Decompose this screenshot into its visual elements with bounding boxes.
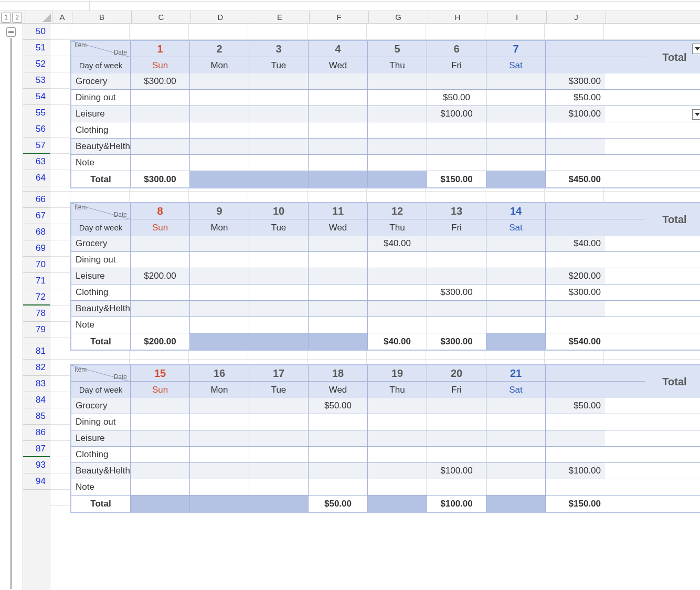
row-number[interactable]: 63 [23,154,50,170]
day-of-week-label: Day of week [71,219,131,236]
col-header-J[interactable]: J [547,11,606,23]
select-all-triangle[interactable] [25,11,52,23]
row-number[interactable]: 51 [23,40,50,56]
row-number[interactable]: 81 [23,343,50,360]
row-number[interactable]: 79 [23,322,50,338]
cell[interactable] [249,90,309,106]
cell[interactable] [249,122,309,138]
worksheet-grid[interactable]: Item Date 1 2 3 4 5 6 7 [50,24,700,590]
filter-button[interactable] [692,44,700,54]
cell[interactable] [486,122,546,138]
row-number[interactable]: 53 [23,72,50,89]
cell[interactable] [309,122,368,138]
outline-collapse-button[interactable] [6,27,16,37]
category-dining: Dining out [71,90,131,106]
row-number[interactable]: 70 [23,257,50,273]
cell[interactable] [368,106,427,122]
filter-button[interactable] [692,109,700,120]
row-number[interactable]: 93 [23,457,50,473]
row-number[interactable]: 87 [23,441,50,457]
row-total [546,122,605,138]
col-header-H[interactable]: H [428,11,487,23]
cell[interactable] [368,155,427,171]
item-date-corner: Item Date [71,41,130,57]
cell[interactable] [486,139,546,154]
cell[interactable] [190,139,249,154]
row-number[interactable]: 66 [23,192,50,208]
cell[interactable] [131,155,190,171]
cell[interactable] [249,73,309,89]
row-number[interactable]: 72 [23,289,50,305]
col-header-A[interactable]: A [52,11,72,23]
row-number[interactable]: 57 [23,138,50,154]
col-header-D[interactable]: D [191,11,250,23]
row-number[interactable]: 78 [23,305,50,322]
cell[interactable] [309,106,368,122]
cell[interactable] [309,155,368,171]
row-number[interactable]: 55 [23,105,50,121]
cell[interactable] [486,90,546,106]
row-number[interactable]: 67 [23,208,50,224]
row-number[interactable]: 71 [23,273,50,289]
cell[interactable] [427,122,486,138]
row-number[interactable]: 85 [23,408,50,425]
cell[interactable]: $50.00 [427,90,486,106]
col-header-F[interactable]: F [310,11,369,23]
cell[interactable] [309,73,368,89]
row-number[interactable]: 56 [23,121,50,138]
row-number[interactable]: 94 [23,473,50,490]
row-number[interactable]: 54 [23,89,50,105]
cell[interactable] [368,122,427,138]
week-table-2: Item Date 8 9 10 11 12 13 14 Day of we [70,202,700,351]
cell[interactable] [249,139,309,154]
cell[interactable] [427,139,486,154]
row-number[interactable]: 50 [23,24,50,40]
cell[interactable] [190,73,249,89]
cell[interactable] [486,106,546,122]
col-header-E[interactable]: E [250,11,310,23]
row-number[interactable]: 86 [23,425,50,441]
total-header: Total [645,41,700,73]
cell[interactable] [368,90,427,106]
outline-level-1-button[interactable]: 1 [1,13,11,23]
cell[interactable] [131,122,190,138]
col-total: $150.00 [427,171,486,187]
cell[interactable] [249,106,309,122]
cell[interactable] [486,155,546,171]
row-number[interactable]: 68 [23,224,50,240]
row-number[interactable]: 52 [23,56,50,72]
col-header-B[interactable]: B [72,11,132,23]
row-total: $300.00 [546,73,605,89]
cell[interactable] [309,90,368,106]
category-grocery: Grocery [71,73,131,89]
row-number[interactable]: 84 [23,392,50,408]
cell[interactable] [249,155,309,171]
cell[interactable] [190,122,249,138]
row-number[interactable]: 82 [23,360,50,376]
dow-mon: Mon [190,57,249,73]
col-header-C[interactable]: C [132,11,191,23]
cell[interactable] [190,106,249,122]
cell[interactable] [309,139,368,154]
cell[interactable]: $100.00 [427,106,486,122]
cell[interactable] [427,155,486,171]
category-clothing: Clothing [71,122,131,138]
cell[interactable] [190,90,249,106]
cell[interactable] [486,73,546,89]
outline-level-2-button[interactable]: 2 [12,13,22,23]
cell[interactable] [131,106,190,122]
col-header-G[interactable]: G [369,11,428,23]
dow-thu: Thu [368,57,427,73]
cell[interactable] [131,139,190,154]
cell[interactable] [368,73,427,89]
cell[interactable] [131,90,190,106]
svg-marker-10 [695,47,700,50]
row-number[interactable]: 69 [23,240,50,257]
row-number[interactable]: 83 [23,376,50,392]
cell[interactable] [427,73,486,89]
cell[interactable] [368,139,427,154]
row-number[interactable]: 64 [23,170,50,186]
cell[interactable] [190,155,249,171]
col-header-I[interactable]: I [487,11,547,23]
cell[interactable]: $300.00 [131,73,190,89]
